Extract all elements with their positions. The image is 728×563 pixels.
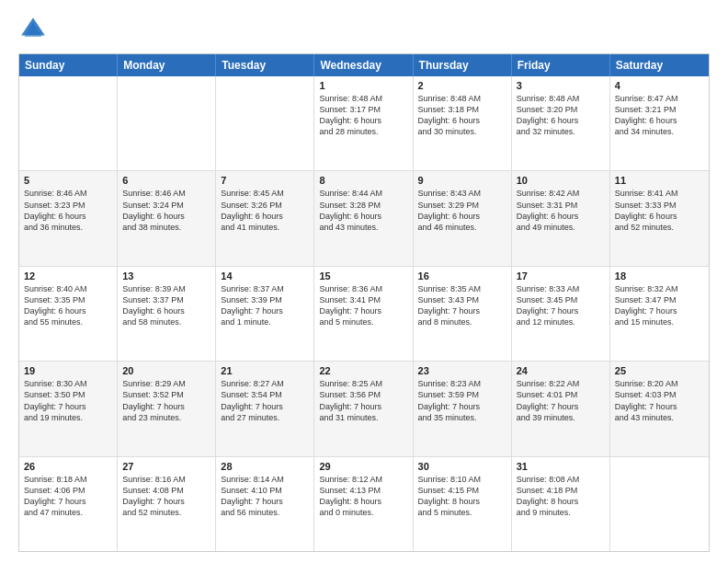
- calendar-cell: 1Sunrise: 8:48 AM Sunset: 3:17 PM Daylig…: [314, 76, 413, 170]
- day-number: 16: [418, 270, 506, 282]
- day-number: 22: [319, 365, 407, 376]
- day-number: 8: [319, 175, 407, 186]
- day-number: 21: [221, 365, 309, 376]
- weekday-header-wednesday: Wednesday: [314, 54, 413, 76]
- cell-info: Sunrise: 8:10 AM Sunset: 4:15 PM Dayligh…: [418, 474, 506, 519]
- calendar-cell: 8Sunrise: 8:44 AM Sunset: 3:28 PM Daylig…: [314, 171, 413, 265]
- calendar-cell: 26Sunrise: 8:18 AM Sunset: 4:06 PM Dayli…: [19, 457, 118, 551]
- logo-icon: [18, 15, 48, 44]
- calendar-cell: 15Sunrise: 8:36 AM Sunset: 3:41 PM Dayli…: [314, 267, 413, 361]
- cell-info: Sunrise: 8:45 AM Sunset: 3:26 PM Dayligh…: [221, 188, 309, 233]
- calendar-cell: 7Sunrise: 8:45 AM Sunset: 3:26 PM Daylig…: [216, 171, 314, 265]
- day-number: 13: [122, 270, 210, 282]
- calendar-row-4: 26Sunrise: 8:18 AM Sunset: 4:06 PM Dayli…: [19, 457, 709, 551]
- cell-info: Sunrise: 8:35 AM Sunset: 3:43 PM Dayligh…: [418, 283, 506, 328]
- calendar-cell: [610, 457, 709, 551]
- calendar-cell: 20Sunrise: 8:29 AM Sunset: 3:52 PM Dayli…: [118, 362, 216, 455]
- calendar-row-3: 19Sunrise: 8:30 AM Sunset: 3:50 PM Dayli…: [19, 362, 709, 456]
- calendar-cell: 18Sunrise: 8:32 AM Sunset: 3:47 PM Dayli…: [610, 267, 709, 361]
- calendar-cell: 29Sunrise: 8:12 AM Sunset: 4:13 PM Dayli…: [314, 457, 413, 551]
- header: [18, 15, 710, 44]
- day-number: 19: [24, 365, 112, 376]
- calendar-cell: 28Sunrise: 8:14 AM Sunset: 4:10 PM Dayli…: [216, 457, 314, 551]
- weekday-header-sunday: Sunday: [19, 54, 118, 76]
- weekday-header-tuesday: Tuesday: [216, 54, 314, 76]
- page: SundayMondayTuesdayWednesdayThursdayFrid…: [0, 0, 728, 563]
- day-number: 26: [24, 461, 112, 472]
- cell-info: Sunrise: 8:46 AM Sunset: 3:24 PM Dayligh…: [122, 188, 210, 233]
- cell-info: Sunrise: 8:48 AM Sunset: 3:17 PM Dayligh…: [319, 93, 407, 138]
- calendar-cell: 31Sunrise: 8:08 AM Sunset: 4:18 PM Dayli…: [512, 457, 610, 551]
- day-number: 6: [122, 175, 210, 186]
- cell-info: Sunrise: 8:48 AM Sunset: 3:18 PM Dayligh…: [418, 93, 506, 138]
- weekday-header-friday: Friday: [512, 54, 610, 76]
- cell-info: Sunrise: 8:48 AM Sunset: 3:20 PM Dayligh…: [517, 93, 605, 138]
- day-number: 11: [615, 175, 704, 186]
- day-number: 25: [615, 365, 704, 376]
- calendar-cell: 6Sunrise: 8:46 AM Sunset: 3:24 PM Daylig…: [118, 171, 216, 265]
- weekday-header-thursday: Thursday: [414, 54, 512, 76]
- day-number: 28: [221, 461, 309, 472]
- calendar-cell: 12Sunrise: 8:40 AM Sunset: 3:35 PM Dayli…: [19, 267, 118, 361]
- cell-info: Sunrise: 8:44 AM Sunset: 3:28 PM Dayligh…: [319, 188, 407, 233]
- cell-info: Sunrise: 8:37 AM Sunset: 3:39 PM Dayligh…: [221, 283, 309, 328]
- cell-info: Sunrise: 8:47 AM Sunset: 3:21 PM Dayligh…: [615, 93, 704, 138]
- cell-info: Sunrise: 8:08 AM Sunset: 4:18 PM Dayligh…: [517, 474, 605, 519]
- calendar-body: 1Sunrise: 8:48 AM Sunset: 3:17 PM Daylig…: [19, 76, 709, 551]
- calendar-cell: [118, 76, 216, 170]
- day-number: 31: [517, 461, 605, 472]
- cell-info: Sunrise: 8:14 AM Sunset: 4:10 PM Dayligh…: [221, 474, 309, 519]
- calendar-cell: 19Sunrise: 8:30 AM Sunset: 3:50 PM Dayli…: [19, 362, 118, 455]
- calendar-row-0: 1Sunrise: 8:48 AM Sunset: 3:17 PM Daylig…: [19, 76, 709, 171]
- day-number: 4: [615, 80, 704, 91]
- cell-info: Sunrise: 8:16 AM Sunset: 4:08 PM Dayligh…: [122, 474, 210, 519]
- calendar-cell: 13Sunrise: 8:39 AM Sunset: 3:37 PM Dayli…: [118, 267, 216, 361]
- logo: [18, 15, 51, 44]
- day-number: 14: [221, 270, 309, 282]
- calendar-cell: 21Sunrise: 8:27 AM Sunset: 3:54 PM Dayli…: [216, 362, 314, 455]
- day-number: 5: [24, 175, 112, 186]
- calendar-cell: 9Sunrise: 8:43 AM Sunset: 3:29 PM Daylig…: [414, 171, 512, 265]
- cell-info: Sunrise: 8:29 AM Sunset: 3:52 PM Dayligh…: [122, 378, 210, 423]
- calendar-cell: 23Sunrise: 8:23 AM Sunset: 3:59 PM Dayli…: [414, 362, 512, 455]
- cell-info: Sunrise: 8:23 AM Sunset: 3:59 PM Dayligh…: [418, 378, 506, 423]
- day-number: 10: [517, 175, 605, 186]
- calendar-cell: 24Sunrise: 8:22 AM Sunset: 4:01 PM Dayli…: [512, 362, 610, 455]
- calendar-cell: 14Sunrise: 8:37 AM Sunset: 3:39 PM Dayli…: [216, 267, 314, 361]
- calendar-cell: 4Sunrise: 8:47 AM Sunset: 3:21 PM Daylig…: [610, 76, 709, 170]
- calendar-cell: 3Sunrise: 8:48 AM Sunset: 3:20 PM Daylig…: [512, 76, 610, 170]
- calendar-cell: 17Sunrise: 8:33 AM Sunset: 3:45 PM Dayli…: [512, 267, 610, 361]
- calendar-cell: 5Sunrise: 8:46 AM Sunset: 3:23 PM Daylig…: [19, 171, 118, 265]
- calendar-cell: 11Sunrise: 8:41 AM Sunset: 3:33 PM Dayli…: [610, 171, 709, 265]
- calendar-cell: 25Sunrise: 8:20 AM Sunset: 4:03 PM Dayli…: [610, 362, 709, 455]
- day-number: 30: [418, 461, 506, 472]
- day-number: 18: [615, 270, 704, 282]
- weekday-header-saturday: Saturday: [610, 54, 709, 76]
- calendar-cell: 30Sunrise: 8:10 AM Sunset: 4:15 PM Dayli…: [414, 457, 512, 551]
- day-number: 12: [24, 270, 112, 282]
- day-number: 3: [517, 80, 605, 91]
- calendar-cell: [216, 76, 314, 170]
- cell-info: Sunrise: 8:32 AM Sunset: 3:47 PM Dayligh…: [615, 283, 704, 328]
- calendar-cell: [19, 76, 118, 170]
- calendar-header: SundayMondayTuesdayWednesdayThursdayFrid…: [19, 54, 709, 76]
- calendar-cell: 22Sunrise: 8:25 AM Sunset: 3:56 PM Dayli…: [314, 362, 413, 455]
- calendar-cell: 10Sunrise: 8:42 AM Sunset: 3:31 PM Dayli…: [512, 171, 610, 265]
- day-number: 15: [319, 270, 407, 282]
- calendar-cell: 2Sunrise: 8:48 AM Sunset: 3:18 PM Daylig…: [414, 76, 512, 170]
- day-number: 2: [418, 80, 506, 91]
- cell-info: Sunrise: 8:39 AM Sunset: 3:37 PM Dayligh…: [122, 283, 210, 328]
- calendar-row-2: 12Sunrise: 8:40 AM Sunset: 3:35 PM Dayli…: [19, 267, 709, 362]
- calendar-row-1: 5Sunrise: 8:46 AM Sunset: 3:23 PM Daylig…: [19, 171, 709, 266]
- day-number: 7: [221, 175, 309, 186]
- cell-info: Sunrise: 8:18 AM Sunset: 4:06 PM Dayligh…: [24, 474, 112, 519]
- day-number: 27: [122, 461, 210, 472]
- day-number: 9: [418, 175, 506, 186]
- calendar-cell: 27Sunrise: 8:16 AM Sunset: 4:08 PM Dayli…: [118, 457, 216, 551]
- cell-info: Sunrise: 8:22 AM Sunset: 4:01 PM Dayligh…: [517, 378, 605, 423]
- cell-info: Sunrise: 8:25 AM Sunset: 3:56 PM Dayligh…: [319, 378, 407, 423]
- cell-info: Sunrise: 8:42 AM Sunset: 3:31 PM Dayligh…: [517, 188, 605, 233]
- day-number: 1: [319, 80, 407, 91]
- cell-info: Sunrise: 8:27 AM Sunset: 3:54 PM Dayligh…: [221, 378, 309, 423]
- calendar-cell: 16Sunrise: 8:35 AM Sunset: 3:43 PM Dayli…: [414, 267, 512, 361]
